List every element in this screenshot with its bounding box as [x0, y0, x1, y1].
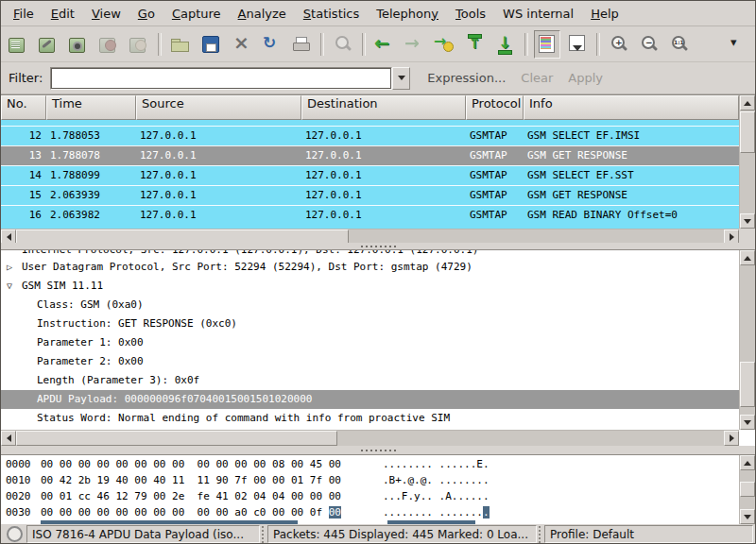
reload-button[interactable]	[258, 30, 284, 59]
capture-interfaces-button[interactable]	[5, 30, 31, 59]
filter-input[interactable]	[50, 67, 392, 90]
scrollbar-thumb[interactable]	[740, 482, 755, 497]
packet-row-13[interactable]: 131.788078127.0.0.1127.0.0.1GSMTAPGSM GE…	[1, 145, 739, 165]
statusbar-grip[interactable]	[538, 525, 543, 543]
detail-row[interactable]: ▽GSM SIM 11.11	[1, 277, 739, 296]
menu-statistics[interactable]: Statistics	[295, 3, 368, 25]
detail-row[interactable]: Length (Parameter 3): 0x0f	[1, 371, 739, 390]
packet-bytes-pane: 000000 00 00 00 00 00 00 00 00 00 00 00 …	[1, 454, 755, 524]
ascii-bytes[interactable]: ........ ......E.	[383, 456, 490, 472]
apply-button[interactable]: Apply	[560, 67, 610, 89]
ascii-bytes[interactable]: ........ ........	[383, 504, 490, 520]
capture-start-button[interactable]	[65, 30, 92, 59]
cell-destination: 127.0.0.1	[301, 206, 466, 225]
detail-row[interactable]: Status Word: Normal ending of command wi…	[1, 409, 739, 428]
detail-row[interactable]: APDU Payload: 000000096f0704001500150102…	[1, 390, 739, 409]
filter-dropdown-button[interactable]	[392, 67, 410, 90]
file-save-button[interactable]	[198, 30, 224, 59]
menu-file[interactable]: File	[5, 3, 43, 25]
toolbar-overflow-button[interactable]	[723, 30, 749, 59]
menu-tools[interactable]: Tools	[447, 3, 494, 25]
file-close-button[interactable]	[228, 30, 254, 59]
scrollbar-thumb[interactable]	[740, 111, 755, 153]
column-header-time[interactable]: Time	[46, 95, 136, 120]
packet-list-vertical-scrollbar[interactable]	[739, 95, 755, 229]
scroll-up-button[interactable]	[740, 95, 755, 110]
zoom-out-button[interactable]: −	[636, 30, 662, 59]
menu-analyze[interactable]: Analyze	[230, 3, 295, 25]
capture-options-button[interactable]	[35, 30, 61, 59]
scroll-left-button[interactable]	[1, 431, 16, 446]
expert-info-icon[interactable]	[7, 526, 23, 542]
menu-ws-internal[interactable]: WS internal	[494, 3, 582, 25]
hex-bytes[interactable]: 00 01 cc 46 12 79 00 2e fe 41 02 04 04 0…	[41, 488, 356, 504]
scroll-down-button[interactable]	[740, 213, 755, 229]
detail-row[interactable]: ▷User Datagram Protocol, Src Port: 52294…	[1, 258, 739, 277]
menu-capture[interactable]: Capture	[163, 3, 230, 25]
expression-button[interactable]: Expression...	[420, 67, 513, 89]
hex-row-0020[interactable]: 002000 01 cc 46 12 79 00 2e fe 41 02 04 …	[1, 488, 739, 504]
scroll-down-button[interactable]	[740, 415, 755, 430]
hex-bytes[interactable]: 00 00 00 00 00 00 00 00 00 00 00 00 08 0…	[41, 456, 356, 472]
menu-edit[interactable]: Edit	[43, 3, 83, 25]
hex-row-0010[interactable]: 001000 42 2b 19 40 00 40 11 11 90 7f 00 …	[1, 472, 739, 488]
clear-button[interactable]: Clear	[513, 67, 560, 89]
selected-byte[interactable]: 00	[329, 506, 341, 518]
zoom-in-button[interactable]: +	[606, 30, 632, 59]
packet-row-15[interactable]: 152.063939127.0.0.1127.0.0.1GSMTAPGSM GE…	[1, 185, 739, 205]
expander-closed-icon[interactable]: ▷	[7, 258, 12, 277]
autoscroll-toggle[interactable]	[564, 30, 591, 59]
column-header-info[interactable]: Info	[524, 95, 739, 120]
menu-go[interactable]: Go	[129, 3, 163, 25]
find-button[interactable]	[330, 30, 356, 59]
capture-stop-button[interactable]	[95, 30, 122, 59]
capture-restart-button[interactable]	[126, 30, 152, 59]
scroll-up-button[interactable]	[740, 455, 755, 470]
detail-row[interactable]: Instruction: GET RESPONSE (0xc0)	[1, 314, 739, 333]
scroll-up-button[interactable]	[740, 250, 755, 265]
detail-row[interactable]: Parameter 2: 0x00	[1, 352, 739, 371]
zoom-100-button[interactable]: 1:1	[666, 30, 693, 59]
bytes-vertical-scrollbar[interactable]	[739, 455, 755, 524]
pane-splitter[interactable]	[1, 243, 755, 249]
selected-ascii-char[interactable]: .	[483, 506, 490, 518]
detail-row[interactable]: Internet Protocol, Src: 127.0.0.1 (127.0…	[1, 250, 739, 258]
packet-row-16[interactable]: 162.063982127.0.0.1127.0.0.1GSMTAPGSM RE…	[1, 205, 739, 225]
profile-status[interactable]: Profile: Default	[544, 525, 753, 543]
hex-bytes[interactable]: 00 42 2b 19 40 00 40 11 11 90 7f 00 00 0…	[41, 472, 356, 488]
menu-help[interactable]: Help	[582, 3, 627, 25]
statusbar-grip[interactable]	[261, 525, 266, 543]
print-button[interactable]	[288, 30, 315, 59]
hex-bytes[interactable]: 00 00 00 00 00 00 00 00 00 00 a0 c0 00 0…	[41, 504, 356, 520]
ascii-bytes[interactable]: ...F.y.. .A......	[383, 488, 490, 504]
packet-row-12[interactable]: 121.788053127.0.0.1127.0.0.1GSMTAPGSM SE…	[1, 126, 739, 145]
hex-row-0000[interactable]: 000000 00 00 00 00 00 00 00 00 00 00 00 …	[1, 456, 739, 472]
file-open-button[interactable]	[167, 30, 194, 59]
go-forward-button[interactable]	[402, 30, 428, 59]
packet-row-14[interactable]: 141.788099127.0.0.1127.0.0.1GSMTAPGSM SE…	[1, 165, 739, 185]
go-bottom-button[interactable]	[492, 30, 519, 59]
menu-view[interactable]: View	[83, 3, 129, 25]
scroll-down-button[interactable]	[740, 509, 755, 524]
colorize-toggle[interactable]	[534, 30, 560, 59]
details-vertical-scrollbar[interactable]	[739, 250, 755, 430]
column-header-source[interactable]: Source	[136, 95, 301, 120]
details-horizontal-scrollbar[interactable]	[1, 430, 739, 446]
detail-row[interactable]: Parameter 1: 0x00	[1, 333, 739, 352]
go-to-packet-button[interactable]	[432, 30, 458, 59]
ascii-bytes[interactable]: .B+.@.@. ........	[383, 472, 490, 488]
scrollbar-thumb[interactable]	[740, 362, 755, 407]
pane-splitter[interactable]	[1, 446, 755, 454]
go-back-button[interactable]	[371, 30, 398, 59]
expander-open-icon[interactable]: ▽	[7, 277, 12, 296]
go-top-button[interactable]	[462, 30, 489, 59]
scroll-right-button[interactable]	[724, 431, 739, 446]
column-header-destination[interactable]: Destination	[301, 95, 466, 120]
hex-row-0030[interactable]: 003000 00 00 00 00 00 00 00 00 00 a0 c0 …	[1, 504, 739, 520]
column-header-protocol[interactable]: Protocol	[466, 95, 524, 120]
column-header-no[interactable]: No.	[1, 95, 46, 120]
detail-row[interactable]: Class: GSM (0xa0)	[1, 296, 739, 314]
menu-telephony[interactable]: Telephony	[368, 3, 447, 25]
arrow-up-icon	[744, 457, 751, 466]
scrollbar-thumb[interactable]	[16, 431, 337, 446]
